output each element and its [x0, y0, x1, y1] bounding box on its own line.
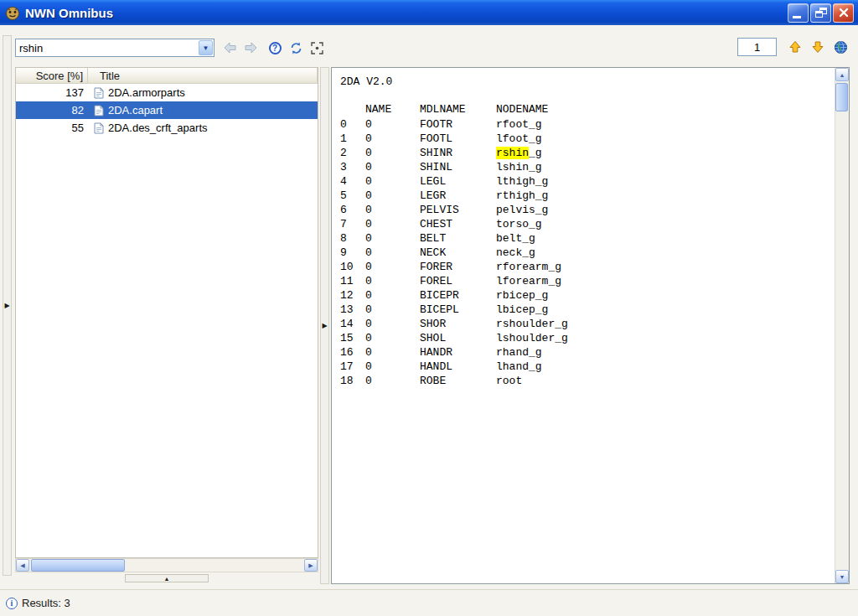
scroll-up-button[interactable]: ▲ — [835, 68, 849, 81]
content-cell: lthigh_g — [496, 174, 834, 189]
content-cell: 6 — [340, 203, 365, 217]
content-cell: lshoulder_g — [496, 331, 834, 345]
search-dropdown-button[interactable]: ▼ — [199, 40, 213, 55]
sync-button[interactable] — [287, 39, 305, 57]
content-cell: 2 — [340, 146, 365, 160]
content-cell: 13 — [340, 303, 365, 317]
content-cell: neck_g — [496, 246, 834, 260]
up-arrow-icon: ▲ — [840, 72, 845, 78]
left-splitter[interactable]: ▶ — [3, 35, 12, 576]
result-score: 137 — [16, 86, 88, 99]
search-toolbar: ▼ ? — [15, 37, 326, 59]
content-cell: LEGR — [420, 189, 496, 203]
content-row: 130BICEPLlbicep_g — [340, 303, 834, 317]
table-row[interactable]: 137 2DA.armorparts — [16, 84, 318, 101]
search-input[interactable] — [16, 39, 198, 56]
content-cell: 0 — [365, 231, 420, 246]
minimize-button[interactable] — [788, 3, 809, 23]
scroll-right-button[interactable]: ▶ — [304, 559, 318, 572]
content-cell: 0 — [340, 117, 365, 132]
table-row[interactable]: 82 2DA.capart — [16, 101, 318, 119]
column-header-score[interactable]: Score [%] — [16, 68, 88, 83]
sync-icon — [289, 41, 303, 55]
search-combobox[interactable]: ▼ — [15, 39, 214, 57]
content-col-name: NAME — [365, 102, 420, 116]
content-rows: 00FOOTRrfoot_g10FOOTLlfoot_g20SHINRrshin… — [340, 117, 834, 388]
chevron-down-icon: ▼ — [203, 44, 209, 52]
content-cell: rthigh_g — [496, 189, 834, 203]
previous-match-button[interactable] — [786, 38, 804, 56]
app-body: ▶ ▼ ? — [0, 25, 858, 616]
results-body: 137 2DA.armorparts 82 2DA.capart 55 — [16, 84, 318, 137]
document-icon — [94, 122, 105, 134]
content-cell: LEGL — [420, 174, 496, 189]
page-number-input[interactable] — [737, 38, 777, 56]
panel-splitter[interactable]: ▶ — [320, 67, 329, 584]
scrollbar-track[interactable] — [835, 81, 849, 570]
vertical-scrollbar[interactable]: ▲ ▼ — [835, 68, 849, 583]
search-highlight: rshin — [496, 147, 529, 159]
next-match-button[interactable] — [809, 38, 827, 56]
content-cell: 0 — [365, 288, 420, 303]
content-cell: SHINR — [420, 146, 496, 160]
content-cell: rfoot_g — [496, 117, 834, 132]
locate-button[interactable] — [308, 39, 326, 57]
help-button[interactable]: ? — [266, 39, 284, 57]
content-cell: 0 — [365, 132, 420, 146]
close-button[interactable] — [833, 3, 854, 23]
minimize-icon — [793, 16, 801, 18]
content-cell: 0 — [365, 189, 420, 203]
table-row[interactable]: 55 2DA.des_crft_aparts — [16, 119, 318, 137]
result-title: 2DA.des_crft_aparts — [108, 122, 208, 134]
content-cell: rshin_g — [496, 146, 834, 160]
horizontal-scrollbar[interactable]: ◀ ▶ — [15, 558, 318, 572]
content-cell: belt_g — [496, 231, 834, 246]
content-cell: lshin_g — [496, 160, 834, 174]
column-header-title[interactable]: Title — [88, 68, 318, 83]
content-cell: rshoulder_g — [496, 317, 834, 331]
content-col-mdlname: MDLNAME — [420, 102, 496, 116]
scroll-down-button[interactable]: ▼ — [835, 570, 849, 583]
content-cell: rhand_g — [496, 345, 834, 360]
scrollbar-track[interactable] — [29, 559, 304, 572]
restore-button[interactable] — [810, 3, 831, 23]
scrollbar-thumb[interactable] — [835, 83, 848, 111]
scrollbar-thumb[interactable] — [31, 559, 125, 572]
content-text: 2DA V2.0 NAME MDLNAME NODENAME 00FOOTRrf… — [332, 68, 834, 583]
content-cell: 0 — [365, 174, 420, 189]
content-row: 60PELVISpelvis_g — [340, 203, 834, 217]
content-cell: FORER — [420, 260, 496, 274]
content-cell: 5 — [340, 189, 365, 203]
content-cell: PELVIS — [420, 203, 496, 217]
content-cell: 14 — [340, 317, 365, 331]
content-cell: BICEPR — [420, 288, 496, 303]
titlebar[interactable]: NWN Omnibus — [0, 0, 858, 25]
forward-button[interactable] — [241, 39, 260, 57]
content-cell: pelvis_g — [496, 203, 834, 217]
scroll-left-button[interactable]: ◀ — [16, 559, 29, 572]
right-arrow-icon: ▶ — [308, 562, 313, 569]
content-row: 150SHOLlshoulder_g — [340, 331, 834, 345]
content-row: 70CHESTtorso_g — [340, 217, 834, 231]
content-cell: rforearm_g — [496, 260, 834, 274]
document-icon — [94, 105, 105, 116]
back-button[interactable] — [220, 39, 239, 57]
content-cell: FOREL — [420, 274, 496, 288]
window-title: NWN Omnibus — [25, 6, 788, 20]
document-icon — [94, 87, 105, 99]
result-score: 55 — [16, 122, 88, 134]
globe-icon — [834, 40, 848, 54]
up-arrow-icon — [788, 40, 802, 54]
content-cell: 0 — [365, 317, 420, 331]
bottom-splitter-handle[interactable]: ▲ — [125, 574, 209, 582]
content-cell: 0 — [365, 374, 420, 388]
content-row: 40LEGLlthigh_g — [340, 174, 834, 189]
content-cell: 17 — [340, 360, 365, 374]
content-cell: BICEPL — [420, 303, 496, 317]
content-row: 120BICEPRrbicep_g — [340, 288, 834, 303]
content-row: 100FORERrforearm_g — [340, 260, 834, 274]
content-cell: 0 — [365, 203, 420, 217]
web-button[interactable] — [831, 38, 850, 56]
restore-icon — [815, 8, 827, 18]
content-cell: 7 — [340, 217, 365, 231]
